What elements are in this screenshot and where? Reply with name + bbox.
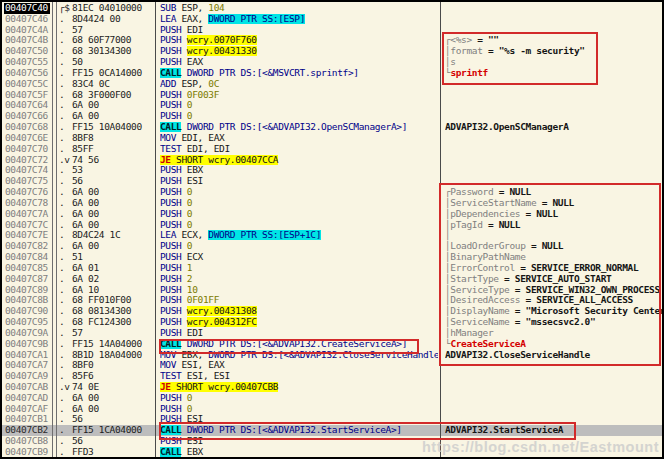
address-cell: 00407C5F (5, 90, 51, 101)
disasm-row-00407C64[interactable]: 00407C64.6A 00PUSH 0 (2, 100, 662, 111)
address-cell: 00407C4A (5, 25, 51, 36)
disasm-row-00407CAD[interactable]: 00407CAD.6A 00PUSH 0 (2, 393, 662, 404)
comment-cell (445, 100, 664, 111)
disasm-row-00407C72[interactable]: 00407C72.v74 56JE SHORT wcry.00407CCA (2, 155, 662, 166)
opcode-prefix-cell: . (59, 68, 72, 79)
address-cell: 00407CAF (5, 404, 51, 415)
opcode-prefix-cell: . (59, 209, 72, 220)
disassembly-cell: CALL EBX (160, 447, 438, 458)
disasm-row-00407CAB[interactable]: 00407CAB.v74 0EJE SHORT wcry.00407CBB (2, 382, 662, 393)
hex-bytes-cell: 68 30134300 (72, 46, 154, 57)
address-cell: 00407C70 (5, 144, 51, 155)
disasm-row-00407C68[interactable]: 00407C68.FF15 10A04000CALL DWORD PTR DS:… (2, 122, 662, 133)
hex-bytes-cell: 74 0E (72, 382, 154, 393)
hex-bytes-cell: 57 (72, 25, 154, 36)
opcode-prefix-cell: . (59, 414, 72, 425)
address-cell: 00407C56 (5, 68, 51, 79)
address-cell: 00407CAD (5, 393, 51, 404)
opcode-prefix-cell: . (59, 252, 72, 263)
hex-bytes-cell: 56 (72, 414, 154, 425)
address-cell: 00407C78 (5, 198, 51, 209)
disassembly-cell: CALL DWORD PTR DS:[<&ADVAPI32.OpenSCMana… (160, 122, 438, 133)
hex-bytes-cell: 74 56 (72, 155, 154, 166)
opcode-prefix-cell: . (59, 35, 72, 46)
annotation-box-startservice-call (159, 422, 576, 440)
disassembly-cell: ADD ESP, 0C (160, 79, 438, 90)
disasm-row-00407C74[interactable]: 00407C74.53PUSH EBX (2, 165, 662, 176)
hex-bytes-cell: 83C4 0C (72, 79, 154, 90)
opcode-prefix-cell: . (59, 274, 72, 285)
hex-bytes-cell: FF15 10A04000 (72, 122, 154, 133)
address-cell: 00407C50 (5, 46, 51, 57)
disassembly-cell: PUSH 0 (160, 187, 438, 198)
hex-bytes-cell: 6A 01 (72, 263, 154, 274)
comment-cell (445, 393, 664, 404)
opcode-prefix-cell: . (59, 263, 72, 274)
disasm-row-00407C40[interactable]: 00407C40┌$81EC 04010000SUB ESP, 104 (2, 3, 662, 14)
address-cell: 00407C75 (5, 176, 51, 187)
column-separator[interactable] (52, 2, 53, 457)
address-cell: 00407C72 (5, 155, 51, 166)
disassembly-cell: TEST ESI, ESI (160, 371, 438, 382)
disassembly-cell: CALL DWORD PTR DS:[<&MSVCRT.sprintf>] (160, 68, 438, 79)
comment-cell (445, 133, 664, 144)
disassembly-cell: LEA EAX, DWORD PTR SS:[ESP] (160, 14, 438, 25)
disassembly-cell: PUSH 0 (160, 100, 438, 111)
disasm-row-00407C6E[interactable]: 00407C6E.8BF8MOV EDI, EAX (2, 133, 662, 144)
hex-bytes-cell: FF15 0CA14000 (72, 68, 154, 79)
disassembly-cell: LEA ECX, DWORD PTR SS:[ESP+1C] (160, 230, 438, 241)
disassembly-cell: PUSH 0 (160, 404, 438, 415)
comment-cell (445, 371, 664, 382)
disasm-row-00407C5F[interactable]: 00407C5F.68 3F000F00PUSH 0F003F (2, 90, 662, 101)
hex-bytes-cell: 6A 10 (72, 285, 154, 296)
hex-bytes-cell: 51 (72, 252, 154, 263)
disasm-row-00407CAF[interactable]: 00407CAF.6A 00PUSH 0 (2, 404, 662, 415)
annotation-box-createservice-call (159, 339, 419, 354)
address-cell: 00407C90 (5, 306, 51, 317)
address-cell: 00407C46 (5, 14, 51, 25)
disassembly-cell: PUSH 0 (160, 220, 438, 231)
opcode-prefix-cell: . (59, 285, 72, 296)
hex-bytes-cell: 8BF8 (72, 133, 154, 144)
disasm-row-00407CA9[interactable]: 00407CA9.85F6TEST ESI, ESI (2, 371, 662, 382)
disassembly-cell: PUSH ECX (160, 252, 438, 263)
disasm-row-00407C70[interactable]: 00407C70.85FFTEST EDI, EDI (2, 144, 662, 155)
address-cell: 00407C6E (5, 133, 51, 144)
disassembly-cell: TEST EDI, EDI (160, 144, 438, 155)
column-separator[interactable] (56, 2, 57, 457)
column-separator[interactable] (155, 2, 156, 457)
hex-bytes-cell: 6A 02 (72, 274, 154, 285)
address-cell: 00407CA7 (5, 360, 51, 371)
opcode-prefix-cell: . (59, 220, 72, 231)
comment-cell (445, 165, 664, 176)
opcode-prefix-cell: . (59, 360, 72, 371)
annotation-box-sprintf-args (442, 32, 598, 85)
disasm-row-00407C66[interactable]: 00407C66.6A 00PUSH 0 (2, 111, 662, 122)
hex-bytes-cell: 50 (72, 57, 154, 68)
address-cell: 00407CAB (5, 382, 51, 393)
opcode-prefix-cell: . (59, 14, 72, 25)
disassembly-cell: PUSH 0F01FF (160, 295, 438, 306)
opcode-prefix-cell: . (59, 79, 72, 90)
disassembly-cell: SUB ESP, 104 (160, 3, 438, 14)
opcode-prefix-cell: . (59, 306, 72, 317)
opcode-prefix-cell: . (59, 241, 72, 252)
address-cell: 00407C40 (4, 3, 50, 14)
disasm-row-00407C46[interactable]: 00407C46.8D4424 00LEA EAX, DWORD PTR SS:… (2, 14, 662, 25)
address-cell: 00407C66 (5, 111, 51, 122)
disassembly-cell: PUSH wcry.00431308 (160, 306, 438, 317)
hex-bytes-cell: 85F6 (72, 371, 154, 382)
opcode-prefix-cell: . (59, 230, 72, 241)
opcode-prefix-cell: . (59, 328, 72, 339)
opcode-prefix-cell: . (59, 176, 72, 187)
disassembly-cell: PUSH wcry.004312FC (160, 317, 438, 328)
address-cell: 00407C74 (5, 165, 51, 176)
hex-bytes-cell: 68 08134300 (72, 306, 154, 317)
address-cell: 00407CB9 (5, 447, 51, 458)
hex-bytes-cell: 56 (72, 176, 154, 187)
opcode-prefix-cell: . (59, 46, 72, 57)
disassembly-cell: PUSH wcry.0070F760 (160, 35, 438, 46)
address-cell: 00407C89 (5, 285, 51, 296)
opcode-prefix-cell: . (59, 25, 72, 36)
address-cell: 00407C5C (5, 79, 51, 90)
